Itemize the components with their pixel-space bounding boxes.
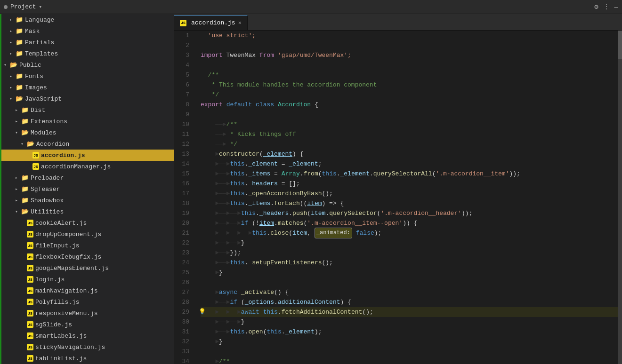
sidebar-item-fonts[interactable]: ▸📁Fonts [0, 71, 174, 82]
tab-close-button[interactable]: ✕ [238, 19, 242, 26]
sidebar-item-accordion[interactable]: ▾📂Accordion [0, 138, 174, 150]
code-token-op: . [256, 208, 259, 218]
sidebar-item-smartlabels-js[interactable]: JSsmartLabels.js [0, 330, 174, 341]
code-token-op: . [325, 208, 329, 218]
sidebar-item-fileinput-js[interactable]: JSfileInput.js [0, 240, 174, 251]
code-token-cmt: */ [226, 139, 237, 149]
sidebar-item-tablinklist-js[interactable]: JStabLinkList.js [0, 353, 174, 364]
code-token-op: ( [307, 208, 311, 218]
sidebar-item-sgteaser[interactable]: ▸📁SgTeaser [0, 183, 174, 195]
tree-arrow: ▸ [15, 107, 20, 113]
sidebar-item-dist[interactable]: ▸📁Dist [0, 104, 174, 116]
sidebar-item-polyfills-js[interactable]: JSPolyfills.js [0, 296, 174, 308]
indent-arrow: ►——► [201, 169, 230, 179]
line-number: 23 [174, 248, 193, 258]
code-token-op: )); [461, 208, 472, 218]
code-token-prop: _headers [259, 208, 289, 218]
indent-arrow: ► [201, 337, 219, 347]
sidebar-item-preloader[interactable]: ▸📁Preloader [0, 172, 174, 183]
tree-item-label: accordionManager.js [41, 163, 111, 170]
sidebar-item-partials[interactable]: ▸📁Partials [0, 37, 174, 48]
sidebar-item-templates[interactable]: ▸📁Templates [0, 48, 174, 59]
folder-icon: 📁 [21, 197, 29, 204]
sidebar-item-responsivemenu-js[interactable]: JSresponsiveMenu.js [0, 308, 174, 319]
menu-icon[interactable]: ⋮ [603, 3, 610, 11]
code-token-op: = []; [278, 179, 300, 189]
sidebar-item-mainnav-js[interactable]: JSmainNavigation.js [0, 285, 174, 296]
code-line: ►——►——►} [201, 238, 618, 248]
code-token-kw: class [256, 100, 274, 110]
sidebar-item-shadowbox[interactable]: ▸📁Shadowbox [0, 195, 174, 206]
sidebar-item-dropup-js[interactable]: JSdropUpComponent.js [0, 229, 174, 240]
lightbulb-icon[interactable]: 💡 [199, 307, 206, 317]
code-line: ►——►this._items = Array.from(this._eleme… [201, 169, 618, 179]
js-file-icon: JS [27, 253, 33, 260]
sidebar-item-googlemaps-js[interactable]: JSgoogleMapsElement.js [0, 262, 174, 274]
line-number: 11 [174, 129, 193, 139]
tree-item-label: Fonts [25, 73, 43, 80]
title-bar: Project ▾ ⚙ ⋮ — [0, 0, 622, 14]
settings-icon[interactable]: ⚙ [594, 3, 598, 11]
sidebar-item-sgslide-js[interactable]: JSsgSlide.js [0, 319, 174, 330]
indent-arrow: ►——► [201, 179, 230, 189]
tree-item-label: Dist [31, 107, 45, 114]
line-number: 6 [174, 80, 193, 90]
sidebar-item-language[interactable]: ▸📁Language [0, 14, 174, 25]
minimap [618, 31, 622, 364]
code-token-op: (); [322, 189, 332, 198]
code-token-param: item [292, 228, 307, 238]
dropdown-icon[interactable]: ▾ [39, 4, 42, 10]
sidebar-item-extensions[interactable]: ▸📁Extensions [0, 116, 174, 127]
sidebar-item-public[interactable]: ▾📂Public [0, 59, 174, 71]
code-token-op [274, 50, 278, 60]
sidebar-item-accordion-js[interactable]: JSaccordion.js [0, 150, 174, 161]
indent-arrow: ► [201, 287, 219, 297]
tree-item-label: smartLabels.js [35, 332, 87, 340]
tree-item-label: Extensions [31, 118, 67, 125]
folder-icon: 📁 [16, 84, 23, 91]
indent-arrow: ►——► [201, 297, 230, 307]
tab-accordion-js[interactable]: JS accordion.js ✕ [174, 15, 248, 30]
sidebar-item-images[interactable]: ▸📁Images [0, 82, 174, 93]
code-line: export default class Accordion { [201, 100, 618, 110]
code-token-op: = [278, 159, 289, 169]
code-token-op: )) { [403, 218, 417, 228]
code-token-op [252, 100, 256, 110]
code-token-op: , [307, 228, 315, 238]
tree-arrow: ▸ [15, 175, 20, 181]
sidebar-item-login-js[interactable]: JSlogin.js [0, 274, 174, 285]
code-line: ►——►——►——►this.close(item, _animated: fa… [201, 228, 618, 238]
tree-item-label: Polyfills.js [35, 299, 80, 306]
project-label[interactable]: Project [10, 3, 36, 10]
js-file-icon: JS [27, 242, 33, 249]
line-number: 17 [174, 189, 193, 198]
minimize-icon[interactable]: — [614, 3, 618, 11]
sidebar-item-cookiealert-js[interactable]: JScookieAlert.js [0, 217, 174, 229]
line-number: 7 [174, 90, 193, 100]
code-token-op: ( [263, 327, 267, 337]
sidebar-item-accordionmanager-js[interactable]: JSaccordionManager.js [0, 161, 174, 172]
code-line: */ [201, 90, 618, 100]
code-token-kw2: export [201, 100, 223, 110]
tree-arrow: ▸ [9, 85, 14, 90]
line-number: 24 [174, 258, 193, 268]
indent-arrow: ► [201, 268, 219, 277]
code-content[interactable]: 'use strict';import TweenMax from 'gsap/… [197, 31, 618, 364]
indent-arrow: ►——► [201, 327, 230, 337]
line-number: 32 [174, 337, 193, 347]
sidebar-item-mask[interactable]: ▸📁Mask [0, 25, 174, 37]
js-file-icon: JS [180, 20, 186, 26]
sidebar-item-flexbox-js[interactable]: JSflexboxIebugfix.js [0, 251, 174, 262]
sidebar-item-stickynav-js[interactable]: JSstickyNavigation.js [0, 341, 174, 353]
line-number: 16 [174, 179, 193, 189]
sidebar-item-utilities[interactable]: ▾📂Utilities [0, 206, 174, 217]
tree-item-label: cookieAlert.js [35, 220, 87, 227]
tree-arrow: ▾ [15, 130, 20, 135]
code-token-cmt: * This module handles the accordion comp… [201, 80, 377, 90]
code-token-fn: querySelector [329, 208, 377, 218]
folder-icon: 📁 [21, 106, 29, 114]
code-token-op: }); [230, 248, 241, 258]
sidebar-item-javascript[interactable]: ▾📂JavaScript [0, 93, 174, 104]
sidebar-item-modules[interactable]: ▾📂Modules [0, 127, 174, 138]
code-token-fn: matches [278, 218, 304, 228]
